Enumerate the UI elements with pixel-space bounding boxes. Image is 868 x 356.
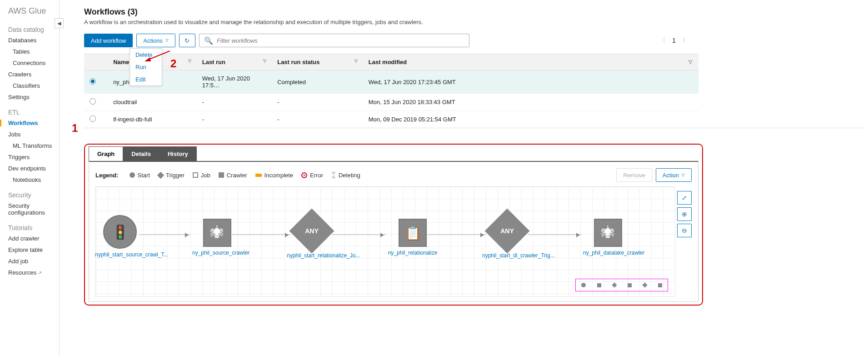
- col-status[interactable]: Last run status▽: [272, 54, 363, 70]
- page-desc: A workflow is an orchestration used to v…: [84, 19, 866, 25]
- nav-workflows[interactable]: Workflows: [0, 120, 59, 126]
- cell-modified: Mon, 15 Jun 2020 18:33:43 GMT: [363, 94, 698, 111]
- graph-node-start[interactable]: 🚦 nyphil_start_source_crawl_T...: [95, 215, 145, 258]
- graph-node-trigger[interactable]: ANY nyphil_start_relationalize_Jo...: [287, 215, 337, 259]
- actions-button[interactable]: Actions ▽: [136, 34, 175, 47]
- cell-last-run: -: [197, 111, 272, 128]
- refresh-icon: ↻: [185, 37, 190, 44]
- cell-modified: Wed, 17 Jun 2020 17:23:45 GMT: [363, 70, 698, 94]
- graph-canvas[interactable]: 🚦 nyphil_start_source_crawl_T... 🕷 ny_ph…: [95, 186, 675, 297]
- cell-name: lf-ingest-db-full: [108, 111, 197, 128]
- table-row[interactable]: lf-ingest-db-full - - Mon, 09 Dec 2019 0…: [84, 111, 698, 128]
- add-workflow-button[interactable]: Add workflow: [84, 34, 133, 47]
- graph-node-crawler[interactable]: 🕷 ny_phil_source_crawler: [192, 219, 242, 256]
- nav-settings[interactable]: Settings: [8, 94, 59, 100]
- remove-button: Remove: [616, 168, 652, 182]
- legend-label: Legend:: [95, 172, 119, 179]
- nav-tables[interactable]: Tables: [13, 48, 59, 55]
- legend-trigger: Trigger: [158, 172, 185, 179]
- cell-name: cloudtrail: [108, 94, 197, 111]
- workflow-detail-panel: Graph Details History Legend: Start Trig…: [84, 144, 703, 306]
- svg-marker-1: [145, 57, 151, 61]
- pager-next[interactable]: 〉: [682, 36, 688, 45]
- chevron-down-icon: ▽: [682, 173, 685, 177]
- table-row[interactable]: ny_phil Wed, 17 Jun 2020 17:5… Completed…: [84, 70, 698, 94]
- panel-body: Legend: Start Trigger Job Crawler Incomp…: [89, 161, 698, 302]
- sort-icon: ▽: [354, 59, 358, 63]
- cell-status: -: [272, 94, 363, 111]
- section-etl: ETL: [8, 109, 59, 116]
- nav-add-job[interactable]: Add job: [8, 258, 59, 265]
- graph-minimap[interactable]: [575, 279, 668, 291]
- pager: 〈 1 〉: [659, 36, 688, 45]
- sort-icon: ▽: [263, 59, 266, 63]
- nav-security-config[interactable]: Security configurations: [8, 202, 59, 216]
- svg-line-0: [147, 51, 170, 60]
- actions-edit[interactable]: Edit: [130, 73, 162, 85]
- graph-node-job[interactable]: 📋 ny_phil_relationalize: [388, 219, 438, 256]
- legend-error: ✕Error: [301, 172, 323, 179]
- table-row[interactable]: cloudtrail - - Mon, 15 Jun 2020 18:33:43…: [84, 94, 698, 111]
- row-radio[interactable]: [90, 115, 96, 122]
- cell-status: Completed: [272, 70, 363, 94]
- zoom-in-button[interactable]: ⊕: [677, 207, 692, 221]
- collapse-sidebar-button[interactable]: ◀: [55, 18, 64, 28]
- search-icon: 🔍: [204, 36, 213, 45]
- graph-edge: [140, 234, 190, 235]
- graph-action-button[interactable]: Action▽: [656, 168, 692, 182]
- workflows-table: Name▽ Last run▽ Last run status▽ Last mo…: [84, 54, 866, 128]
- chevron-down-icon: ▽: [165, 38, 169, 43]
- legend-deleting: Deleting: [331, 172, 360, 179]
- zoom-controls: ⤢ ⊕ ⊖: [677, 191, 692, 237]
- main-content: Workflows (3) A workflow is an orchestra…: [84, 0, 866, 356]
- nav-explore-table[interactable]: Explore table: [8, 246, 59, 253]
- cell-status: -: [272, 111, 363, 128]
- crawler-icon: 🕷: [601, 225, 615, 241]
- graph-node-crawler[interactable]: 🕷 ny_phil_datalake_crawler: [583, 219, 633, 256]
- tab-details[interactable]: Details: [123, 146, 160, 161]
- pager-prev[interactable]: 〈: [659, 36, 666, 45]
- nav-classifiers[interactable]: Classifiers: [13, 82, 59, 89]
- actions-label: Actions: [143, 37, 163, 44]
- col-settings-button[interactable]: ▽: [682, 54, 698, 70]
- section-tutorials: Tutorials: [8, 224, 59, 231]
- cell-modified: Mon, 09 Dec 2019 05:21:54 GMT: [363, 111, 698, 128]
- nav-triggers[interactable]: Triggers: [8, 154, 59, 160]
- sidebar-divider: ◀: [59, 0, 77, 356]
- filter-input[interactable]: [217, 37, 464, 44]
- legend-job: Job: [193, 172, 210, 179]
- sort-icon: ▽: [188, 59, 191, 63]
- filter-box[interactable]: 🔍: [199, 34, 469, 47]
- cell-last-run: -: [197, 94, 272, 111]
- nav-jobs[interactable]: Jobs: [8, 131, 59, 138]
- section-data-catalog: Data catalog: [8, 26, 59, 33]
- job-icon: 📋: [404, 225, 421, 241]
- zoom-out-button[interactable]: ⊖: [677, 224, 692, 237]
- nav-notebooks[interactable]: Notebooks: [13, 176, 59, 183]
- col-last-run[interactable]: Last run▽: [197, 54, 272, 70]
- row-radio[interactable]: [90, 98, 96, 105]
- nav-ml-transforms[interactable]: ML Transforms: [13, 142, 59, 149]
- col-modified[interactable]: Last modified: [363, 54, 682, 70]
- nav-resources[interactable]: Resources: [8, 269, 59, 276]
- row-radio[interactable]: [90, 78, 96, 85]
- cell-last-run: Wed, 17 Jun 2020 17:5…: [197, 70, 272, 94]
- nav-dev-endpoints[interactable]: Dev endpoints: [8, 165, 59, 172]
- refresh-button[interactable]: ↻: [179, 34, 195, 47]
- nav-databases[interactable]: Databases: [8, 37, 59, 44]
- tab-history[interactable]: History: [159, 146, 197, 161]
- nav-add-crawler[interactable]: Add crawler: [8, 235, 59, 242]
- pager-number: 1: [672, 37, 676, 44]
- brand-title: AWS Glue: [8, 6, 59, 16]
- zoom-fit-button[interactable]: ⤢: [677, 191, 692, 205]
- start-icon: 🚦: [112, 224, 129, 240]
- sidebar: AWS Glue Data catalog Databases Tables C…: [0, 0, 59, 356]
- actions-run[interactable]: Run: [130, 61, 162, 73]
- col-select: [84, 54, 108, 70]
- tab-graph[interactable]: Graph: [89, 146, 123, 161]
- graph-node-trigger[interactable]: ANY nyphil_start_dl_crawler_Trig...: [482, 215, 532, 259]
- nav-crawlers[interactable]: Crawlers: [8, 71, 59, 78]
- nav-connections[interactable]: Connections: [13, 60, 59, 66]
- panel-tabs: Graph Details History: [89, 146, 698, 161]
- legend-incomplete: Incomplete: [255, 172, 294, 179]
